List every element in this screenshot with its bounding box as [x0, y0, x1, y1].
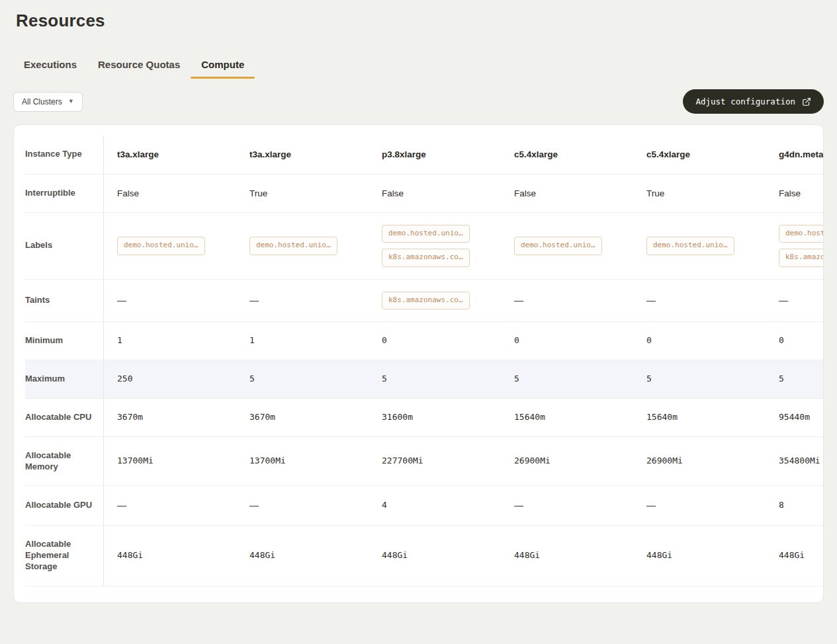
cell-maximum-col6: 5	[766, 360, 824, 398]
cell-taints-col4: —	[501, 282, 633, 318]
table-row-memory: Allocatable Memory13700Mi13700Mi227700Mi…	[25, 437, 824, 487]
cell-gpu-col6: 8	[766, 487, 824, 524]
cell-interruptible-col2: True	[236, 175, 369, 213]
cell-instance_type-col4: c5.4xlarge	[501, 136, 633, 174]
cell-cpu-col4: 15640m	[501, 399, 633, 436]
row-header-minimum: Minimum	[25, 322, 104, 360]
cell-gpu-col5: —	[633, 486, 766, 525]
label-chip: demo.hosted.unio…	[117, 237, 205, 255]
table-row-interruptible: InterruptibleFalseTrueFalseFalseTrueFals…	[25, 175, 824, 214]
compute-table: Instance Typet3a.xlarget3a.xlargep3.8xla…	[25, 136, 824, 586]
cell-minimum-col3: 0	[369, 322, 501, 360]
cell-interruptible-col4: False	[501, 175, 633, 213]
chevron-down-icon: ▼	[68, 99, 74, 104]
cell-taints-col5: —	[633, 282, 766, 318]
cell-minimum-col4: 0	[501, 322, 633, 360]
empty-value: —	[249, 500, 259, 510]
cell-memory-col3: 227700Mi	[369, 442, 501, 480]
cell-gpu-col3: 4	[369, 487, 501, 524]
cell-memory-col4: 26900Mi	[501, 442, 633, 480]
cell-interruptible-col5: True	[633, 175, 766, 213]
tab-compute[interactable]: Compute	[191, 52, 255, 79]
row-header-interruptible: Interruptible	[25, 175, 104, 213]
row-header-gpu: Allocatable GPU	[25, 486, 104, 525]
cell-maximum-col2: 5	[236, 360, 369, 398]
cell-taints-col6: —	[766, 282, 824, 318]
cell-labels-col4: demo.hosted.unio…	[501, 225, 633, 266]
cell-interruptible-col3: False	[369, 175, 501, 213]
cell-ephemeral-col5: 448Gi	[633, 537, 766, 575]
cell-taints-col2: —	[236, 282, 369, 318]
cell-taints-col3: k8s.amazonaws.co…	[369, 280, 501, 321]
cell-maximum-col5: 5	[633, 360, 766, 398]
cell-cpu-col3: 31600m	[369, 399, 501, 436]
toolbar: All Clusters ▼ Adjust configuration	[13, 89, 824, 114]
cell-instance_type-col6: g4dn.metal	[766, 136, 824, 174]
empty-value: —	[117, 500, 126, 510]
page-title: Resources	[16, 11, 824, 31]
cell-cpu-col1: 3670m	[104, 399, 236, 436]
cluster-filter-label: All Clusters	[22, 97, 62, 106]
adjust-configuration-button[interactable]: Adjust configuration	[683, 89, 824, 114]
cell-gpu-col4: —	[501, 486, 633, 525]
cell-cpu-col5: 15640m	[633, 399, 766, 436]
table-row-gpu: Allocatable GPU——4——8	[25, 486, 824, 526]
row-header-taints: Taints	[25, 280, 104, 321]
table-row-ephemeral: Allocatable Ephemeral Storage448Gi448Gi4…	[25, 526, 824, 586]
cell-minimum-col1: 1	[104, 322, 236, 360]
adjust-configuration-label: Adjust configuration	[695, 97, 795, 106]
cell-interruptible-col1: False	[104, 175, 236, 213]
table-row-maximum: Maximum25055555	[25, 360, 824, 399]
cell-cpu-col6: 95440m	[766, 399, 824, 436]
compute-table-card: Instance Typet3a.xlarget3a.xlargep3.8xla…	[13, 124, 824, 603]
row-header-labels: Labels	[25, 213, 104, 279]
taint-chip: k8s.amazonaws.co…	[382, 292, 470, 309]
cluster-filter-dropdown[interactable]: All Clusters ▼	[13, 92, 83, 112]
cell-ephemeral-col3: 448Gi	[369, 537, 501, 575]
cell-memory-col1: 13700Mi	[104, 442, 236, 480]
cell-minimum-col5: 0	[633, 322, 766, 360]
table-row-taints: Taints——k8s.amazonaws.co…———	[25, 280, 824, 322]
cell-ephemeral-col6: 448Gi	[766, 537, 824, 575]
cell-minimum-col2: 1	[236, 322, 369, 360]
label-chip: demo.hosted.unio…	[514, 237, 602, 255]
cell-ephemeral-col1: 448Gi	[104, 537, 236, 575]
cell-maximum-col1: 250	[104, 360, 236, 398]
row-header-maximum: Maximum	[25, 360, 104, 398]
cell-taints-col1: —	[104, 282, 236, 318]
label-chip: demo.hosted.unio…	[249, 237, 337, 255]
cell-gpu-col1: —	[104, 486, 236, 525]
cell-instance_type-col3: p3.8xlarge	[369, 136, 501, 174]
cell-memory-col2: 13700Mi	[236, 442, 369, 480]
tab-executions[interactable]: Executions	[13, 52, 87, 79]
cell-memory-col6: 354800Mi	[766, 442, 824, 480]
cell-minimum-col6: 0	[766, 322, 824, 360]
row-header-ephemeral: Allocatable Ephemeral Storage	[25, 526, 104, 586]
cell-instance_type-col1: t3a.xlarge	[104, 136, 236, 174]
row-header-memory: Allocatable Memory	[25, 437, 104, 486]
cell-maximum-col4: 5	[501, 360, 633, 398]
table-row-minimum: Minimum110000	[25, 322, 824, 360]
table-row-cpu: Allocatable CPU3670m3670m31600m15640m156…	[25, 399, 824, 437]
cell-instance_type-col5: c5.4xlarge	[633, 136, 766, 174]
external-link-icon	[802, 97, 811, 106]
cell-memory-col5: 26900Mi	[633, 442, 766, 480]
label-chip: k8s.amazonaws.co…	[779, 249, 824, 266]
empty-value: —	[514, 500, 523, 510]
label-chip: demo.hosted.unio…	[382, 225, 470, 243]
label-chip: k8s.amazonaws.co…	[382, 249, 470, 266]
empty-value: —	[646, 500, 656, 510]
tab-bar: Executions Resource Quotas Compute	[13, 52, 824, 79]
cell-labels-col1: demo.hosted.unio…	[104, 225, 236, 266]
tab-resource-quotas[interactable]: Resource Quotas	[87, 52, 191, 79]
cell-ephemeral-col4: 448Gi	[501, 537, 633, 575]
cell-maximum-col3: 5	[369, 360, 501, 398]
resources-page: Resources Executions Resource Quotas Com…	[0, 0, 837, 616]
cell-labels-col6: demo.hosted.unio…k8s.amazonaws.co…	[766, 213, 824, 279]
table-row-labels: Labelsdemo.hosted.unio…demo.hosted.unio……	[25, 213, 824, 280]
cell-labels-col2: demo.hosted.unio…	[236, 225, 369, 266]
row-header-instance_type: Instance Type	[25, 136, 104, 174]
cell-interruptible-col6: False	[766, 175, 824, 213]
label-chip: demo.hosted.unio…	[646, 237, 734, 255]
cell-gpu-col2: —	[236, 486, 369, 525]
